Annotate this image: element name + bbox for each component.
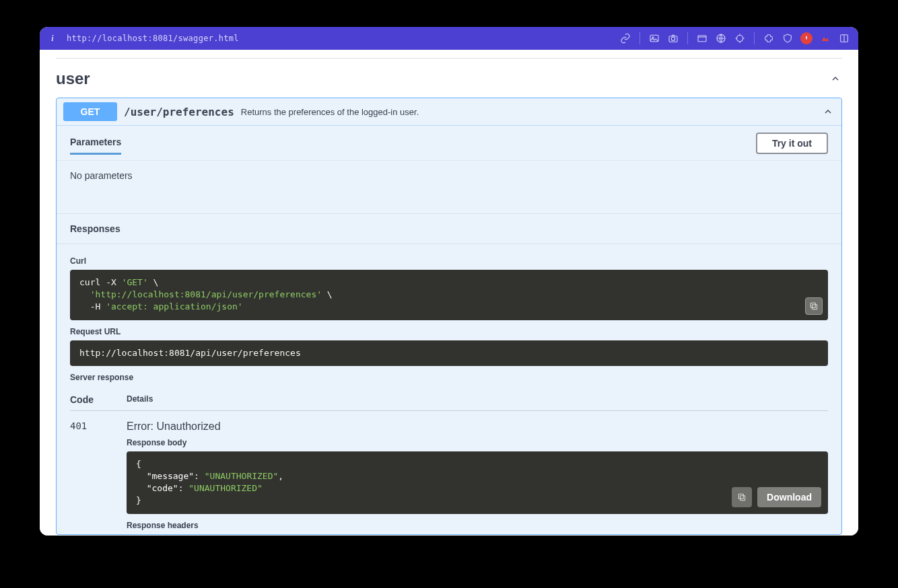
response-row: 401 Error: Unauthorized Response body { …: [70, 411, 828, 534]
details-column-header: Details: [127, 394, 153, 405]
request-url-label: Request URL: [70, 327, 828, 336]
status-code: 401: [70, 420, 127, 534]
svg-rect-4: [698, 36, 706, 42]
picture-icon[interactable]: [648, 32, 660, 44]
camera-icon[interactable]: [667, 32, 679, 44]
method-badge: GET: [63, 102, 117, 121]
operation-block: GET /user/preferences Returns the prefer…: [56, 98, 842, 535]
request-url-box: http://localhost:8081/api/user/preferenc…: [70, 340, 828, 366]
globe-icon[interactable]: [715, 32, 727, 44]
download-button[interactable]: Download: [757, 487, 821, 507]
target-icon[interactable]: [734, 32, 746, 44]
shield-icon[interactable]: [782, 32, 794, 44]
link-icon[interactable]: [619, 32, 631, 44]
copy-icon[interactable]: [805, 297, 823, 315]
chevron-up-icon[interactable]: [821, 105, 835, 118]
titlebar: i http://localhost:8081/swagger.html: [40, 27, 858, 50]
response-area: Curl curl -X 'GET' \ 'http://localhost:8…: [57, 244, 841, 534]
info-icon: i: [48, 34, 57, 44]
response-body-label: Response body: [127, 438, 828, 447]
parameters-body: No parameters: [57, 161, 841, 213]
toolbar-icons: [619, 32, 850, 44]
curl-label: Curl: [70, 256, 828, 266]
svg-rect-9: [810, 303, 815, 307]
curl-code: curl -X 'GET' \ 'http://localhost:8081/a…: [70, 270, 828, 320]
operation-body: Parameters Try it out No parameters Resp…: [57, 125, 841, 534]
section-title: user: [56, 69, 90, 88]
block-icon[interactable]: [800, 32, 813, 44]
folder-icon[interactable]: [696, 32, 708, 44]
parameters-header: Parameters Try it out: [57, 126, 841, 161]
section-header[interactable]: user: [56, 65, 842, 98]
response-details: Error: Unauthorized Response body { "mes…: [127, 420, 828, 534]
copy-icon[interactable]: [732, 487, 752, 507]
try-it-out-button[interactable]: Try it out: [756, 133, 828, 154]
svg-point-3: [671, 37, 675, 40]
svg-point-6: [736, 35, 742, 41]
response-body-code: { "message": "UNAUTHORIZED", "code": "UN…: [127, 451, 828, 514]
seo-icon[interactable]: [819, 32, 831, 44]
puzzle-icon[interactable]: [763, 32, 775, 44]
chevron-up-icon[interactable]: [829, 72, 842, 85]
response-table-header: Code Details: [70, 388, 828, 411]
server-response-label: Server response: [70, 373, 828, 382]
operation-summary[interactable]: GET /user/preferences Returns the prefer…: [57, 98, 841, 125]
code-column-header: Code: [70, 394, 127, 405]
responses-header: Responses: [57, 213, 841, 244]
no-parameters-text: No parameters: [70, 170, 133, 181]
svg-rect-8: [813, 304, 817, 309]
browser-window: i http://localhost:8081/swagger.html use…: [40, 27, 858, 536]
operation-path: /user/preferences: [124, 106, 234, 118]
response-headers-label: Response headers: [127, 521, 828, 530]
error-text: Error: Unauthorized: [127, 420, 828, 433]
operation-description: Returns the preferences of the logged-in…: [241, 107, 815, 117]
address-url[interactable]: http://localhost:8081/swagger.html: [67, 34, 619, 43]
svg-rect-10: [740, 495, 745, 500]
panel-icon[interactable]: [838, 32, 850, 44]
parameters-tab[interactable]: Parameters: [70, 131, 121, 155]
page-content: user GET /user/preferences Returns the p…: [40, 50, 858, 536]
svg-rect-11: [738, 494, 743, 499]
